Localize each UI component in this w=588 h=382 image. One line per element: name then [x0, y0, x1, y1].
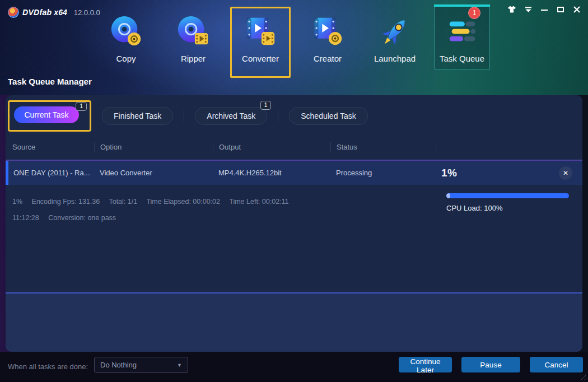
brand-name: DVDfab: [22, 8, 52, 17]
page-title: Task Queue Manager: [8, 77, 92, 86]
cpu-load-bar: [446, 193, 569, 198]
detail-conversion: Conversion: one pass: [48, 214, 116, 222]
cell-progress: 1% ✕: [436, 166, 582, 180]
app-brand: DVDfab x64 12.0.0.0: [8, 7, 100, 18]
launchpad-icon: [377, 15, 412, 49]
creator-icon: [310, 15, 345, 49]
copy-icon: [109, 15, 143, 49]
archived-task-badge: 1: [260, 101, 272, 110]
maximize-icon[interactable]: [556, 6, 565, 13]
nav-label-converter: Converter: [242, 54, 279, 63]
cell-option: Video Converter: [94, 169, 213, 177]
cancel-task-icon[interactable]: ✕: [559, 166, 572, 180]
current-task-badge: 1: [76, 102, 87, 111]
encoding-detail-line: 1% Encoding Fps: 131.36 Total: 1/1 Time …: [12, 198, 296, 206]
column-progress: [436, 142, 582, 152]
column-option: Option: [94, 142, 213, 152]
dvdfab-logo-icon: [8, 7, 19, 18]
nav-item-ripper[interactable]: Ripper: [160, 4, 227, 78]
task-queue-badge: 1: [468, 7, 480, 19]
current-task-highlight-box: Current Task 1: [8, 100, 91, 132]
detail-elapsed: Time Elapsed: 00:00:02: [146, 198, 220, 206]
nav-item-launchpad[interactable]: Launchpad: [361, 4, 428, 78]
task-queue-icon: [445, 15, 479, 49]
brand-arch: x64: [54, 8, 67, 17]
nav-label-creator: Creator: [314, 54, 342, 63]
nav-item-task-queue[interactable]: 1 Task Queue: [428, 4, 496, 78]
tab-separator: [278, 110, 278, 122]
tab-scheduled-task[interactable]: Scheduled Task: [289, 107, 368, 125]
footer-bar: When all tasks are done: Do Nothing ▼ Co…: [0, 352, 588, 382]
close-icon[interactable]: [572, 6, 581, 13]
task-tabs: Current Task 1 Finished Task Archived Ta…: [8, 100, 368, 132]
nav-item-creator[interactable]: Creator: [294, 4, 361, 78]
tab-finished-task[interactable]: Finished Task: [102, 107, 173, 125]
table-row[interactable]: ONE DAY (2011) - Ra... Video Converter M…: [6, 160, 582, 185]
tab-separator: [184, 110, 184, 122]
column-output: Output: [213, 142, 330, 152]
cell-output: MP4.4K.H265.12bit: [213, 169, 330, 177]
pause-button[interactable]: Pause: [461, 357, 520, 372]
column-source: Source: [6, 142, 94, 152]
detail-percent: 1%: [12, 198, 22, 206]
column-status: Status: [330, 142, 436, 152]
skin-icon[interactable]: [507, 6, 516, 13]
nav-label-copy: Copy: [116, 54, 136, 63]
cancel-button[interactable]: Cancel: [530, 357, 583, 372]
task-queue-active-bar: [434, 4, 490, 7]
panel-lower-section: [6, 292, 582, 352]
when-done-dropdown[interactable]: Do Nothing ▼: [94, 357, 188, 373]
conversion-detail-line: 11:12:28 Conversion: one pass: [12, 214, 123, 222]
nav-label-launchpad: Launchpad: [374, 54, 416, 63]
tab-archived-task[interactable]: Archived Task 1: [195, 107, 267, 125]
tab-current-task[interactable]: Current Task: [14, 106, 79, 123]
header: DVDfab x64 12.0.0.0: [0, 0, 588, 95]
converter-icon: [243, 15, 278, 49]
table-header: Source Option Output Status: [6, 139, 582, 156]
detail-total: Total: 1/1: [109, 198, 137, 206]
chevron-down-icon: ▼: [177, 362, 182, 368]
when-done-value: Do Nothing: [100, 361, 137, 369]
nav-label-task-queue: Task Queue: [440, 54, 484, 63]
menu-dropdown-icon[interactable]: [524, 6, 533, 13]
detail-fps: Encoding Fps: 131.36: [32, 198, 100, 206]
progress-percent: 1%: [441, 167, 457, 179]
minimize-icon[interactable]: [540, 6, 549, 13]
tab-archived-task-label: Archived Task: [207, 111, 255, 120]
detail-left: Time Left: 00:02:11: [229, 198, 288, 206]
nav-label-ripper: Ripper: [181, 54, 206, 63]
module-nav: Copy Ripper: [92, 4, 496, 78]
when-done-label: When all tasks are done:: [8, 362, 88, 371]
ripper-icon: [176, 15, 211, 49]
window-controls: [507, 6, 581, 13]
cpu-load-label: CPU Load: 100%: [446, 204, 502, 212]
detail-timestamp: 11:12:28: [12, 214, 39, 222]
task-queue-panel: Current Task 1 Finished Task Archived Ta…: [6, 95, 582, 352]
cell-source: ONE DAY (2011) - Ra...: [6, 169, 94, 177]
nav-item-converter[interactable]: Converter: [227, 4, 294, 78]
nav-item-copy[interactable]: Copy: [92, 4, 160, 78]
continue-later-button[interactable]: Continue Later: [399, 357, 452, 372]
cell-status: Processing: [330, 169, 436, 177]
